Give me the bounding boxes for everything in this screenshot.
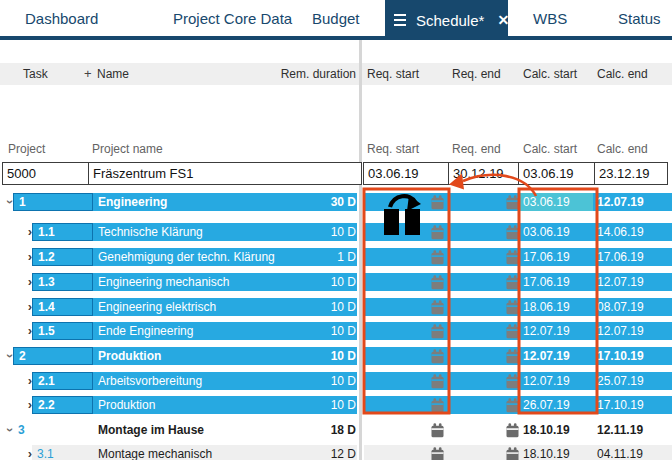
remaining-duration[interactable]: 1 D xyxy=(280,248,356,266)
task-row-1.2[interactable]: ›1.2Genehmigung der techn. Klärung1 D17.… xyxy=(0,248,672,266)
calc-end-date[interactable]: 14.06.19 xyxy=(597,223,644,241)
task-row-1.1[interactable]: ›1.1Technische Klärung10 D03.06.1914.06.… xyxy=(0,223,672,241)
project-req-start-cell[interactable]: 03.06.19 xyxy=(363,162,449,185)
task-name[interactable]: Montage mechanisch xyxy=(98,445,212,460)
calc-end-date[interactable]: 08.07.19 xyxy=(597,298,644,316)
calc-end-date[interactable]: 25.07.19 xyxy=(597,372,644,390)
calc-start-date[interactable]: 12.07.19 xyxy=(523,322,570,340)
task-name[interactable]: Ende Engineering xyxy=(98,322,193,340)
calc-end-date[interactable]: 17.06.19 xyxy=(597,248,644,266)
column-header-req-start[interactable]: Req. start xyxy=(367,63,419,85)
task-name[interactable]: Arbeitsvorbereitung xyxy=(98,372,202,390)
calc-end-date[interactable]: 12.07.19 xyxy=(597,193,644,211)
req-end-calendar-icon[interactable] xyxy=(506,447,519,460)
req-start-calendar-icon[interactable] xyxy=(431,398,444,413)
task-name[interactable]: Produktion xyxy=(98,347,161,365)
task-row-2[interactable]: ›2Produktion10 D12.07.1917.10.19 xyxy=(0,347,672,365)
tab-project-core-data[interactable]: Project Core Data xyxy=(173,0,292,36)
task-name[interactable]: Technische Klärung xyxy=(98,223,203,241)
req-end-calendar-icon[interactable] xyxy=(506,398,519,413)
req-start-calendar-icon[interactable] xyxy=(431,447,444,460)
menu-icon[interactable] xyxy=(394,14,406,27)
req-end-calendar-icon[interactable] xyxy=(506,195,519,210)
calc-start-date[interactable]: 17.06.19 xyxy=(523,248,570,266)
calc-end-date[interactable]: 12.07.19 xyxy=(597,273,644,291)
remaining-duration[interactable]: 10 D xyxy=(280,347,356,365)
task-name[interactable]: Engineering xyxy=(98,193,167,211)
remaining-duration[interactable]: 10 D xyxy=(280,273,356,291)
task-number-cell[interactable]: 1.4 xyxy=(32,298,93,316)
task-name[interactable]: Produktion xyxy=(98,396,155,414)
task-name[interactable]: Montage im Hause xyxy=(98,421,204,439)
task-row-1[interactable]: ›1Engineering30 D03.06.1912.07.19 xyxy=(0,193,672,211)
task-name[interactable]: Engineering mechanisch xyxy=(98,273,229,291)
calc-start-date[interactable]: 03.06.19 xyxy=(523,223,570,241)
task-number-cell[interactable]: 1.5 xyxy=(32,322,93,340)
calc-start-date[interactable]: 12.07.19 xyxy=(523,372,570,390)
task-number-cell[interactable]: 1.1 xyxy=(32,223,93,241)
task-row-2.2[interactable]: ›2.2Produktion10 D26.07.1917.10.19 xyxy=(0,396,672,414)
column-header-req-end[interactable]: Req. end xyxy=(452,63,501,85)
task-row-1.5[interactable]: ›1.5Ende Engineering10 D12.07.1912.07.19 xyxy=(0,322,672,340)
column-header-task[interactable]: Task xyxy=(23,63,48,85)
remaining-duration[interactable]: 10 D xyxy=(280,223,356,241)
task-row-3.1[interactable]: ›3.1Montage mechanisch12 D18.10.1904.11.… xyxy=(0,445,672,460)
req-end-calendar-icon[interactable] xyxy=(506,374,519,389)
task-number-cell[interactable]: 1.3 xyxy=(32,273,93,291)
column-header-calc-end[interactable]: Calc. end xyxy=(597,63,648,85)
req-start-calendar-icon[interactable] xyxy=(431,324,444,339)
task-row-3[interactable]: ›3Montage im Hause18 D18.10.1912.11.19 xyxy=(0,421,672,439)
calc-end-date[interactable]: 17.10.19 xyxy=(597,347,644,365)
task-row-1.3[interactable]: ›1.3Engineering mechanisch10 D17.06.1912… xyxy=(0,273,672,291)
req-start-calendar-icon[interactable] xyxy=(431,423,444,438)
req-end-calendar-icon[interactable] xyxy=(506,250,519,265)
column-header-rem-duration[interactable]: Rem. duration xyxy=(260,63,356,85)
project-calc-end-cell[interactable]: 23.12.19 xyxy=(594,162,668,185)
tab-dashboard[interactable]: Dashboard xyxy=(25,0,98,36)
task-number-cell[interactable]: 2.2 xyxy=(32,396,93,414)
task-number-cell[interactable]: 2 xyxy=(13,347,93,365)
calc-end-date[interactable]: 04.11.19 xyxy=(597,445,643,460)
task-name[interactable]: Genehmigung der techn. Klärung xyxy=(98,248,275,266)
req-start-calendar-icon[interactable] xyxy=(431,349,444,364)
tab-wbs[interactable]: WBS xyxy=(533,0,567,36)
project-id-cell[interactable]: 5000 xyxy=(2,162,89,185)
req-end-calendar-icon[interactable] xyxy=(506,324,519,339)
project-req-end-cell[interactable]: 30.12.19 xyxy=(448,162,519,185)
project-name-cell[interactable]: Fräszentrum FS1 xyxy=(88,162,362,185)
project-calc-start-cell[interactable]: 03.06.19 xyxy=(518,162,595,185)
calc-end-date[interactable]: 12.07.19 xyxy=(597,322,644,340)
calc-end-date[interactable]: 17.10.19 xyxy=(597,396,644,414)
task-row-2.1[interactable]: ›2.1Arbeitsvorbereitung10 D12.07.1925.07… xyxy=(0,372,672,390)
task-number-cell[interactable]: 1 xyxy=(13,193,93,211)
remaining-duration[interactable]: 18 D xyxy=(280,421,356,439)
req-start-calendar-icon[interactable] xyxy=(431,225,444,240)
tab-status[interactable]: Status xyxy=(618,0,661,36)
column-header-name[interactable]: Name xyxy=(97,63,129,85)
close-tab-icon[interactable]: ✕ xyxy=(497,12,509,28)
tab-budget[interactable]: Budget xyxy=(312,0,360,36)
req-end-calendar-icon[interactable] xyxy=(506,275,519,290)
calc-start-date[interactable]: 17.06.19 xyxy=(523,273,570,291)
req-start-calendar-icon[interactable] xyxy=(431,275,444,290)
req-end-calendar-icon[interactable] xyxy=(506,349,519,364)
req-end-calendar-icon[interactable] xyxy=(506,225,519,240)
calc-start-date[interactable]: 03.06.19 xyxy=(523,193,570,211)
calc-start-date[interactable]: 18.10.19 xyxy=(523,445,570,460)
req-start-calendar-icon[interactable] xyxy=(431,300,444,315)
calc-end-date[interactable]: 12.11.19 xyxy=(597,421,643,439)
remaining-duration[interactable]: 10 D xyxy=(280,322,356,340)
column-header-calc-start[interactable]: Calc. start xyxy=(523,63,577,85)
task-row-1.4[interactable]: ›1.4Engineering elektrisch10 D18.06.1908… xyxy=(0,298,672,316)
remaining-duration[interactable]: 12 D xyxy=(280,445,356,460)
remaining-duration[interactable]: 10 D xyxy=(280,396,356,414)
remaining-duration[interactable]: 10 D xyxy=(280,372,356,390)
remaining-duration[interactable]: 30 D xyxy=(280,193,356,211)
tab-schedule-active[interactable]: Schedule* ✕ xyxy=(385,0,508,40)
req-end-calendar-icon[interactable] xyxy=(506,423,519,438)
task-number-cell[interactable]: 2.1 xyxy=(32,372,93,390)
calc-start-date[interactable]: 18.06.19 xyxy=(523,298,570,316)
task-number-cell[interactable]: 3.1 xyxy=(32,445,93,460)
calc-start-date[interactable]: 18.10.19 xyxy=(523,421,570,439)
req-start-calendar-icon[interactable] xyxy=(431,374,444,389)
